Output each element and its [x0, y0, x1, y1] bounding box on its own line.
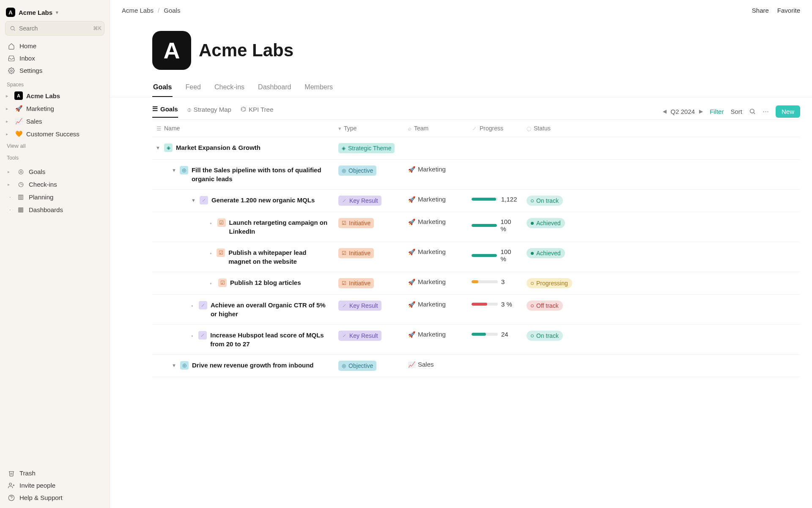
- svg-point-8: [750, 109, 754, 113]
- table-row[interactable]: ▼ ◈ Market Expansion & Growth ◈ Strategi…: [152, 137, 800, 160]
- name-cell[interactable]: ● ☑ Launch retargeting campaign on Linke…: [152, 212, 334, 242]
- chevron-down-icon: ▾: [56, 10, 58, 15]
- sidebar-space-marketing[interactable]: ▸ 🚀 Marketing: [5, 102, 104, 115]
- tool-label: Dashboards: [29, 206, 63, 213]
- table-row[interactable]: ▼ ⟋ Generate 1.200 new organic MQLs ⟋ Ke…: [152, 190, 800, 212]
- tab-members[interactable]: Members: [304, 80, 334, 97]
- name-cell[interactable]: ▼ ◎ Drive new revenue growth from inboun…: [152, 355, 334, 375]
- sidebar-tool-planning[interactable]: • ▥ Planning: [5, 190, 104, 203]
- tab-check-ins[interactable]: Check-ins: [214, 80, 245, 97]
- next-period-icon[interactable]: ▶: [699, 108, 703, 114]
- team-label: 🚀 Marketing: [408, 331, 446, 338]
- col-name[interactable]: ☰ Name: [152, 120, 334, 137]
- objective-icon: ◎: [342, 363, 346, 369]
- name-cell[interactable]: ▼ ◎ Fill the Sales pipeline with tons of…: [152, 160, 334, 189]
- progress-value: 24: [501, 331, 508, 338]
- view-kpi-tree[interactable]: ⌬KPI Tree: [241, 105, 273, 117]
- sidebar-space-customer-success[interactable]: ▸ 🧡 Customer Success: [5, 127, 104, 140]
- name-cell[interactable]: ● ⟋ Increase Hubspot lead score of MQLs …: [152, 325, 334, 354]
- new-button[interactable]: New: [776, 105, 800, 118]
- row-name: Publish 12 blog articles: [230, 278, 301, 287]
- sidebar-tool-goals[interactable]: ▸ ◎ Goals: [5, 165, 104, 178]
- team-emoji: 🚀: [408, 301, 415, 308]
- table-row[interactable]: ▼ ◎ Drive new revenue growth from inboun…: [152, 355, 800, 377]
- nav-settings[interactable]: Settings: [5, 64, 104, 77]
- caret-down-icon[interactable]: ▼: [156, 145, 161, 151]
- table-row[interactable]: ● ☑ Publish a whitepaper lead magnet on …: [152, 242, 800, 272]
- filter-button[interactable]: Filter: [710, 108, 724, 115]
- tab-goals[interactable]: Goals: [152, 80, 173, 97]
- nav-inbox[interactable]: Inbox: [5, 52, 104, 64]
- table-row[interactable]: ● ☑ Publish 12 blog articles ☑ Initiativ…: [152, 272, 800, 295]
- status-dot-icon: [531, 282, 534, 285]
- name-cell[interactable]: ● ☑ Publish 12 blog articles: [152, 272, 334, 293]
- col-status[interactable]: ◌ Status: [522, 120, 586, 137]
- progress-bar: [472, 333, 498, 336]
- sidebar-tool-check-ins[interactable]: ▸ ◷ Check-ins: [5, 178, 104, 190]
- view-strategy-map[interactable]: ⌽Strategy Map: [187, 106, 231, 117]
- bullet-icon: •: [8, 195, 13, 199]
- table-row[interactable]: ● ⟋ Achieve an overall Organic CTR of 5%…: [152, 295, 800, 325]
- table-row[interactable]: ● ☑ Launch retargeting campaign on Linke…: [152, 212, 800, 242]
- bullet-icon: •: [8, 208, 13, 212]
- table-row[interactable]: ● ⟋ Increase Hubspot lead score of MQLs …: [152, 325, 800, 355]
- progress-value: 1,122: [501, 196, 517, 203]
- name-cell[interactable]: ▼ ◈ Market Expansion & Growth: [152, 137, 334, 158]
- initiative-icon: ☑: [218, 279, 227, 287]
- status-dot-icon: [531, 222, 534, 225]
- sidebar-space-sales[interactable]: ▸ 📈 Sales: [5, 115, 104, 127]
- breadcrumb-root[interactable]: Acme Labs: [122, 7, 154, 14]
- sidebar-tool-dashboards[interactable]: • ▦ Dashboards: [5, 203, 104, 216]
- type-cell: ☑ Initiative: [334, 272, 404, 294]
- help-icon: [8, 494, 15, 501]
- tab-dashboard[interactable]: Dashboard: [257, 80, 292, 97]
- type-tag: ◎ Objective: [338, 361, 376, 371]
- view-all-spaces[interactable]: View all: [5, 140, 104, 150]
- progress-value: 100 %: [500, 248, 518, 262]
- search-box[interactable]: ⌘K: [5, 21, 104, 36]
- favorite-button[interactable]: Favorite: [777, 7, 800, 14]
- search-view-icon[interactable]: [749, 108, 756, 115]
- name-cell[interactable]: ● ☑ Publish a whitepaper lead magnet on …: [152, 242, 334, 272]
- workspace-switcher[interactable]: A Acme Labs ▾: [5, 6, 104, 21]
- kr-icon: ⟋: [200, 196, 208, 204]
- theme-icon: ◈: [164, 144, 173, 152]
- chevron-right-icon: ▸: [6, 132, 11, 136]
- view-icon: ☰: [152, 105, 158, 113]
- col-type[interactable]: ▾ Type: [334, 120, 404, 137]
- sidebar: A Acme Labs ▾ ⌘K Home Inbox Settings Spa…: [0, 0, 110, 508]
- main-content: Acme Labs / Goals Share Favorite A Acme …: [110, 0, 812, 508]
- table-row[interactable]: ▼ ◎ Fill the Sales pipeline with tons of…: [152, 160, 800, 190]
- search-input[interactable]: [19, 25, 93, 32]
- caret-down-icon[interactable]: ▼: [172, 167, 176, 174]
- view-goals[interactable]: ☰Goals: [152, 105, 178, 118]
- status-badge: On track: [527, 331, 563, 341]
- name-cell[interactable]: ▼ ⟋ Generate 1.200 new organic MQLs: [152, 190, 334, 210]
- nav-help[interactable]: Help & Support: [5, 491, 104, 504]
- name-cell[interactable]: ● ⟋ Achieve an overall Organic CTR of 5%…: [152, 295, 334, 324]
- prev-period-icon[interactable]: ◀: [663, 108, 667, 114]
- tab-feed[interactable]: Feed: [184, 80, 201, 97]
- breadcrumb-current[interactable]: Goals: [164, 7, 180, 14]
- nav-trash[interactable]: Trash: [5, 467, 104, 479]
- sidebar-space-acme-labs[interactable]: ▸ A Acme Labs: [5, 89, 104, 102]
- caret-down-icon[interactable]: ▼: [191, 197, 196, 204]
- people-icon: ⌕: [408, 125, 411, 132]
- sort-button[interactable]: Sort: [730, 108, 742, 115]
- invite-icon: [8, 482, 15, 489]
- team-cell: 🚀 Marketing: [404, 325, 467, 344]
- nav-invite[interactable]: Invite people: [5, 479, 104, 491]
- col-team[interactable]: ⌕ Team: [404, 120, 467, 137]
- caret-down-icon[interactable]: ▼: [172, 362, 177, 369]
- team-label: 🚀 Marketing: [408, 196, 446, 203]
- svg-line-9: [754, 113, 755, 114]
- nav-home[interactable]: Home: [5, 40, 104, 52]
- more-icon[interactable]: ⋯: [763, 108, 769, 115]
- col-progress[interactable]: ⟋ Progress: [467, 120, 522, 137]
- period-selector[interactable]: ◀ Q2 2024 ▶: [663, 108, 703, 115]
- type-cell: ◎ Objective: [334, 355, 404, 377]
- share-button[interactable]: Share: [752, 7, 769, 14]
- home-icon: [8, 43, 15, 50]
- objective-icon: ◎: [180, 361, 189, 370]
- progress-cell: 1,122: [467, 190, 522, 209]
